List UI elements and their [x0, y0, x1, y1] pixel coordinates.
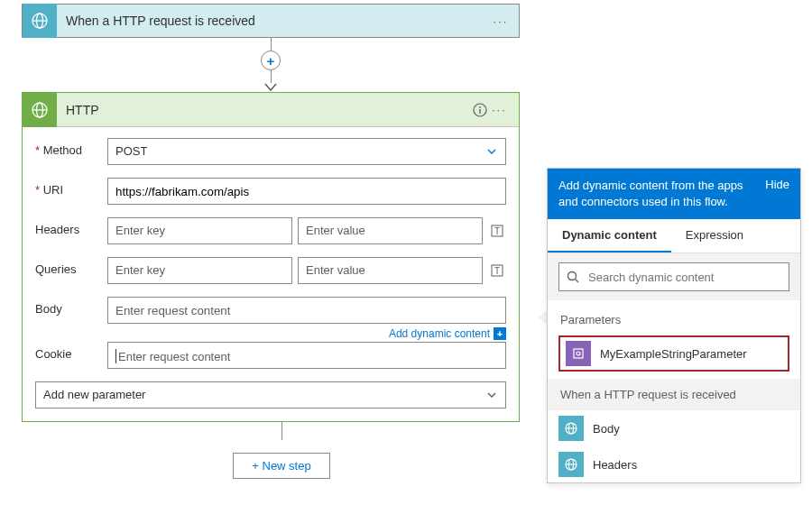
http-trigger-icon	[23, 4, 57, 38]
svg-text:T: T	[494, 226, 500, 236]
chevron-down-icon	[485, 145, 498, 158]
hide-panel-button[interactable]: Hide	[765, 178, 789, 210]
dynamic-item-parameter[interactable]: MyExampleStringParameter	[558, 335, 789, 372]
tab-expression[interactable]: Expression	[671, 219, 758, 252]
svg-point-16	[577, 352, 580, 355]
body-input[interactable]	[107, 297, 506, 324]
tab-dynamic-content[interactable]: Dynamic content	[548, 219, 671, 252]
method-select[interactable]: POST	[107, 138, 506, 165]
trigger-section-label: When a HTTP request is received	[548, 379, 800, 410]
queries-label: Queries	[35, 257, 107, 276]
dynamic-content-search[interactable]	[558, 262, 789, 291]
http-icon	[558, 416, 584, 441]
search-icon	[567, 271, 579, 283]
action-title: HTTP	[57, 103, 468, 117]
info-icon[interactable]	[468, 103, 492, 117]
body-label: Body	[35, 297, 107, 316]
chevron-down-icon	[485, 389, 498, 401]
arrow-down-icon	[264, 83, 277, 92]
queries-key-input[interactable]: Enter key	[107, 257, 292, 284]
new-step-button[interactable]: + New step	[233, 453, 329, 479]
queries-value-input[interactable]: Enter value	[298, 257, 483, 284]
cookie-label: Cookie	[35, 342, 107, 361]
connector: +	[22, 38, 520, 92]
trigger-card[interactable]: When a HTTP request is received ···	[22, 4, 520, 38]
trigger-menu-button[interactable]: ···	[483, 14, 519, 28]
uri-input[interactable]	[107, 178, 506, 205]
dynamic-item-headers[interactable]: Headers	[548, 446, 800, 482]
trigger-title: When a HTTP request is received	[57, 14, 483, 28]
dynamic-content-search-input[interactable]	[586, 270, 781, 285]
headers-mode-toggle-icon[interactable]: T	[488, 224, 506, 238]
action-menu-button[interactable]: ···	[492, 103, 519, 116]
http-action-card: HTTP ··· * Method POST * URI	[22, 92, 520, 422]
dynamic-item-body[interactable]: Body	[548, 410, 800, 446]
method-label: * Method	[35, 138, 107, 157]
parameter-icon	[566, 341, 591, 366]
action-header[interactable]: HTTP ···	[23, 93, 519, 127]
plus-icon: +	[494, 327, 506, 340]
headers-label: Headers	[35, 217, 107, 236]
add-parameter-select[interactable]: Add new parameter	[35, 381, 506, 409]
svg-rect-15	[574, 349, 583, 358]
add-step-inline-button[interactable]: +	[261, 50, 281, 70]
panel-pointer	[538, 310, 547, 325]
queries-mode-toggle-icon[interactable]: T	[488, 263, 506, 278]
svg-rect-8	[479, 109, 480, 114]
svg-point-13	[568, 272, 577, 280]
http-icon	[558, 452, 584, 477]
svg-text:T: T	[494, 266, 500, 276]
headers-value-input[interactable]: Enter value	[298, 217, 483, 244]
uri-label: * URI	[35, 178, 107, 197]
svg-line-14	[576, 280, 579, 283]
add-dynamic-content-link[interactable]: Add dynamic content+	[107, 327, 506, 340]
http-action-icon	[23, 93, 57, 127]
dynamic-content-header: Add dynamic content from the apps and co…	[558, 178, 756, 210]
dynamic-content-panel: Add dynamic content from the apps and co…	[547, 168, 801, 483]
cookie-input[interactable]: Enter request content	[107, 342, 506, 369]
svg-point-7	[479, 106, 481, 108]
parameters-section-label: Parameters	[548, 300, 800, 335]
headers-key-input[interactable]: Enter key	[107, 217, 292, 244]
